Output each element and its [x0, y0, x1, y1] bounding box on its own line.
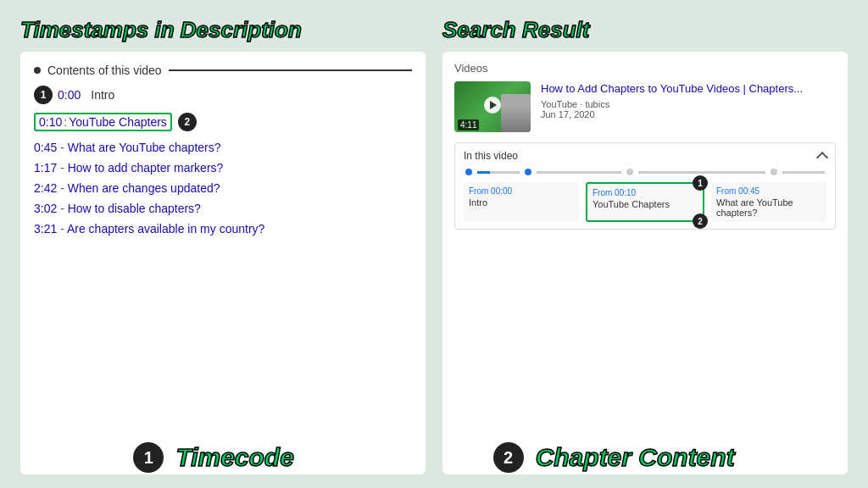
segment-name: Intro — [469, 197, 574, 208]
video-title[interactable]: How to Add Chapters to YouTube Videos | … — [541, 81, 836, 97]
left-panel: Timestamps in Description Contents of th… — [20, 17, 426, 474]
play-button[interactable] — [484, 97, 501, 114]
list-item: 2:42 - When are changes updated? — [34, 180, 412, 196]
list-item: 0:10 : YouTube Chapters 2 — [34, 113, 412, 135]
progress-dot-inactive-2 — [771, 169, 777, 175]
search-result-box: Videos 4:11 — [442, 52, 848, 474]
right-title: Search Result — [442, 17, 848, 43]
video-info: How to Add Chapters to YouTube Videos | … — [541, 81, 836, 132]
progress-bar-2 — [537, 171, 621, 174]
bottom-label-timecode-text: Timecode — [175, 443, 294, 472]
bottom-badge-2: 2 — [493, 442, 524, 473]
list-item: 1:17 - How to add chapter markers? — [34, 160, 412, 175]
desc-bullet — [34, 67, 41, 74]
bottom-badge-1: 1 — [133, 442, 164, 473]
bottom-labels: 1 Timecode 2 Chapter Content — [0, 434, 868, 473]
segment-time-2: From 00:10 — [593, 188, 698, 197]
progress-bar — [477, 171, 520, 174]
left-title: Timestamps in Description — [20, 17, 426, 43]
progress-dot-inactive — [626, 169, 633, 175]
video-date: Jun 17, 2020 — [541, 109, 836, 119]
bottom-label-timecode: 1 Timecode — [133, 442, 294, 473]
segment-name-2: YouTube Chapters — [593, 199, 698, 209]
chapter-segments: From 00:00 Intro From 00:10 YouTube Chap… — [464, 182, 826, 222]
chapter-segment-what[interactable]: From 00:45 What are YouTube chapters? — [711, 182, 826, 222]
person-silhouette — [501, 94, 531, 132]
progress-dot-active-2 — [525, 169, 531, 175]
badge-2: 2 — [178, 113, 197, 131]
bottom-label-chapter-content: 2 Chapter Content — [493, 442, 735, 473]
badge-1: 1 — [34, 86, 53, 104]
list-item: 3:02 - How to disable chapters? — [34, 201, 412, 216]
right-panel: Search Result Videos 4:11 — [442, 17, 848, 474]
chapter-list: 1 0:00 Intro 0:10 : YouTube Chapters — [34, 86, 412, 236]
desc-header-text: Contents of this video — [47, 64, 162, 77]
bottom-label-chapter-text: Chapter Content — [536, 443, 735, 472]
video-source: YouTube · tubics — [541, 99, 836, 109]
description-box: Contents of this video 1 0:00 Intro — [20, 52, 426, 474]
thumb-inner: 4:11 — [454, 81, 531, 132]
progress-dot-active — [465, 169, 472, 175]
list-item: 1 0:00 Intro — [34, 86, 412, 108]
in-this-video: In this video — [454, 142, 836, 230]
badge-1-right: 1 — [693, 175, 708, 191]
duration-badge: 4:11 — [458, 119, 479, 130]
videos-label: Videos — [454, 62, 836, 75]
segment-name-3: What are YouTube chapters? — [716, 197, 821, 218]
segment-time-3: From 00:45 — [716, 186, 821, 196]
badge-2-right: 2 — [693, 214, 708, 229]
play-icon — [490, 101, 497, 109]
in-this-video-label: In this video — [464, 150, 518, 162]
list-item: 3:21 - Are chapters available in my coun… — [34, 221, 412, 236]
progress-bar-4 — [782, 171, 825, 174]
video-thumbnail: 4:11 — [454, 81, 531, 132]
person-image — [501, 94, 531, 132]
video-card: 4:11 How to Add Chapters to YouTube Vide… — [454, 81, 836, 132]
chapter-timestamp: 0:00 — [58, 88, 81, 102]
chevron-up-icon[interactable] — [816, 151, 828, 163]
chapter-segment-youtube-chapters[interactable]: From 00:10 YouTube Chapters 1 2 — [586, 182, 704, 222]
in-this-video-header: In this video — [464, 150, 826, 162]
chapter-name: Intro — [91, 88, 114, 102]
list-item: 0:45 - What are YouTube chapters? — [34, 140, 412, 155]
desc-header: Contents of this video — [34, 64, 412, 77]
chapter-name: YouTube Chapters — [69, 115, 167, 129]
main-container: Timestamps in Description Contents of th… — [0, 0, 868, 488]
desc-header-line — [169, 69, 412, 71]
chapter-segment-intro[interactable]: From 00:00 Intro — [464, 182, 579, 222]
chapter-timestamp: 0:10 — [39, 115, 62, 129]
highlight-box: 0:10 : YouTube Chapters — [34, 113, 172, 131]
segment-time: From 00:00 — [469, 186, 574, 196]
progress-bar-3 — [638, 171, 765, 174]
